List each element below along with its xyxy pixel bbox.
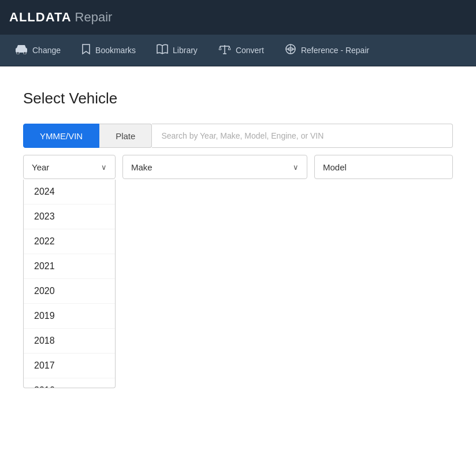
year-item[interactable]: 2016 xyxy=(24,378,115,388)
logo-repair: Repair xyxy=(75,10,113,25)
year-item[interactable]: 2021 xyxy=(24,254,115,279)
nav-change-label: Change xyxy=(32,46,61,55)
app-header: ALLDATA Repair xyxy=(0,0,476,35)
model-label: Model xyxy=(323,162,347,172)
main-navbar: Change Bookmarks Library C xyxy=(0,35,476,66)
year-item[interactable]: 2020 xyxy=(24,279,115,304)
year-label: Year xyxy=(32,162,49,172)
tab-ymme-vin[interactable]: YMME/VIN xyxy=(23,124,99,148)
svg-point-2 xyxy=(17,51,19,54)
nav-change[interactable]: Change xyxy=(5,35,71,66)
library-icon xyxy=(157,44,168,57)
scales-icon xyxy=(218,44,231,57)
year-item[interactable]: 2018 xyxy=(24,329,115,354)
make-dropdown-wrapper: Make ∨ xyxy=(122,155,307,179)
logo-alldata: ALLDATA xyxy=(9,10,72,25)
make-chevron-icon: ∨ xyxy=(293,163,299,172)
year-chevron-icon: ∨ xyxy=(101,163,107,172)
svg-point-3 xyxy=(24,51,26,54)
bookmark-icon xyxy=(81,43,91,58)
tab-plate[interactable]: Plate xyxy=(99,124,152,148)
main-content: Select Vehicle YMME/VIN Plate Year ∨ 202… xyxy=(0,66,476,179)
vehicle-search-input[interactable] xyxy=(152,124,453,148)
page-title: Select Vehicle xyxy=(23,90,453,107)
dropdowns-row: Year ∨ 202420232022202120202019201820172… xyxy=(23,155,453,179)
nav-convert-label: Convert xyxy=(236,46,264,55)
nav-library-label: Library xyxy=(173,46,198,55)
car-icon xyxy=(15,44,28,57)
nav-bookmarks-label: Bookmarks xyxy=(95,46,136,55)
model-dropdown-btn[interactable]: Model xyxy=(314,155,453,179)
model-dropdown-wrapper: Model xyxy=(314,155,453,179)
year-item[interactable]: 2024 xyxy=(24,180,115,204)
make-label: Make xyxy=(131,162,153,172)
make-dropdown-btn[interactable]: Make ∨ xyxy=(122,155,307,179)
nav-reference-repair[interactable]: Reference - Repair xyxy=(274,35,380,66)
year-item[interactable]: 2019 xyxy=(24,304,115,329)
nav-reference-repair-label: Reference - Repair xyxy=(301,46,369,55)
nav-library[interactable]: Library xyxy=(146,35,208,66)
nav-bookmarks[interactable]: Bookmarks xyxy=(71,35,146,66)
vehicle-search-row: YMME/VIN Plate xyxy=(23,124,453,148)
year-list-scroll[interactable]: 2024202320222021202020192018201720162015… xyxy=(24,180,115,388)
nav-convert[interactable]: Convert xyxy=(208,35,274,66)
year-dropdown-wrapper: Year ∨ 202420232022202120202019201820172… xyxy=(23,155,116,179)
year-item[interactable]: 2022 xyxy=(24,229,115,254)
year-item[interactable]: 2023 xyxy=(24,204,115,229)
svg-marker-1 xyxy=(17,45,26,48)
year-dropdown-btn[interactable]: Year ∨ xyxy=(23,155,116,179)
year-item[interactable]: 2017 xyxy=(24,354,115,378)
year-dropdown-list: 2024202320222021202020192018201720162015… xyxy=(23,180,116,388)
reference-icon xyxy=(285,43,296,58)
